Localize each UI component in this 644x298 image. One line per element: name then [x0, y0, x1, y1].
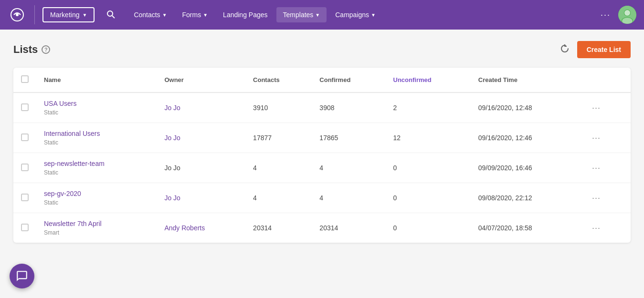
row-checkbox[interactable]	[21, 134, 29, 141]
row-unconfirmed-cell: 0	[386, 183, 471, 213]
row-actions-button[interactable]: ···	[588, 131, 604, 145]
owner-name[interactable]: Jo Jo	[164, 134, 180, 142]
row-name-cell: sep-gv-2020 Static	[36, 183, 157, 213]
row-actions-button[interactable]: ···	[588, 101, 604, 115]
row-unconfirmed-cell: 2	[386, 92, 471, 123]
list-name-link[interactable]: sep-newsletter-team	[44, 160, 149, 167]
row-checkbox[interactable]	[21, 224, 29, 231]
owner-name[interactable]: Jo Jo	[164, 104, 180, 112]
header-actions: Create List	[558, 41, 631, 58]
row-checkbox-cell[interactable]	[13, 123, 36, 153]
row-confirmed-cell: 17865	[312, 123, 385, 153]
list-name-link[interactable]: International Users	[44, 130, 149, 137]
table-row: USA Users Static Jo Jo 3910 3908 2 09/16…	[13, 92, 631, 123]
table-row: Newsletter 7th April Smart Andy Roberts …	[13, 213, 631, 243]
table-row: sep-gv-2020 Static Jo Jo 4 4 0 09/08/202…	[13, 183, 631, 213]
owner-name[interactable]: Andy Roberts	[164, 224, 205, 232]
row-actions-button[interactable]: ···	[588, 161, 604, 175]
row-checkbox-cell[interactable]	[13, 92, 36, 123]
owner-name[interactable]: Jo Jo	[164, 194, 180, 202]
row-checkbox[interactable]	[21, 164, 29, 171]
row-created-time-cell: 09/08/2020, 22:12	[471, 183, 581, 213]
row-actions-cell[interactable]: ···	[581, 123, 631, 153]
row-actions-cell[interactable]: ···	[581, 153, 631, 183]
svg-line-3	[112, 16, 115, 18]
row-contacts-cell: 4	[245, 153, 312, 183]
row-created-time-cell: 09/09/2020, 16:46	[471, 153, 581, 183]
nav-templates[interactable]: Templates ▼	[276, 7, 327, 22]
nav-forms[interactable]: Forms ▼	[176, 7, 215, 22]
search-button[interactable]	[102, 6, 119, 24]
row-checkbox-cell[interactable]	[13, 153, 36, 183]
svg-point-1	[16, 13, 19, 16]
row-owner-cell: Jo Jo	[157, 153, 245, 183]
row-actions-cell[interactable]: ···	[581, 183, 631, 213]
logo[interactable]	[8, 5, 27, 24]
templates-chevron-icon: ▼	[315, 12, 320, 18]
col-owner: Owner	[157, 68, 245, 92]
row-name-cell: sep-newsletter-team Static	[36, 153, 157, 183]
svg-point-2	[107, 11, 113, 16]
table-body: USA Users Static Jo Jo 3910 3908 2 09/16…	[13, 92, 631, 243]
row-confirmed-cell: 4	[312, 153, 385, 183]
row-owner-cell: Jo Jo	[157, 123, 245, 153]
avatar-image	[618, 6, 636, 24]
row-confirmed-cell: 20314	[312, 213, 385, 243]
row-name-cell: USA Users Static	[36, 92, 157, 123]
list-type-label: Static	[44, 199, 58, 206]
list-name-link[interactable]: Newsletter 7th April	[44, 220, 149, 227]
row-actions-button[interactable]: ···	[588, 221, 604, 235]
col-actions	[581, 68, 631, 92]
col-created-time: Created Time	[471, 68, 581, 92]
select-all-checkbox[interactable]	[21, 75, 29, 83]
avatar[interactable]	[618, 6, 636, 24]
select-all-checkbox-cell[interactable]	[13, 68, 36, 92]
col-confirmed: Confirmed	[312, 68, 385, 92]
list-type-label: Smart	[44, 229, 59, 236]
row-confirmed-cell: 4	[312, 183, 385, 213]
row-name-cell: International Users Static	[36, 123, 157, 153]
row-unconfirmed-cell: 12	[386, 123, 471, 153]
row-actions-cell[interactable]: ···	[581, 92, 631, 123]
row-confirmed-cell: 3908	[312, 92, 385, 123]
col-unconfirmed: Unconfirmed	[386, 68, 471, 92]
create-list-button[interactable]: Create List	[577, 41, 631, 58]
refresh-button[interactable]	[558, 42, 571, 58]
row-contacts-cell: 20314	[245, 213, 312, 243]
row-unconfirmed-cell: 0	[386, 213, 471, 243]
row-created-time-cell: 04/07/2020, 18:58	[471, 213, 581, 243]
row-checkbox-cell[interactable]	[13, 213, 36, 243]
nav-links: Contacts ▼ Forms ▼ Landing Pages Templat…	[127, 7, 382, 22]
page-title: Lists	[13, 43, 38, 56]
page-title-area: Lists ?	[13, 43, 50, 56]
main-content: Lists ? Create List Name	[0, 30, 644, 254]
list-type-label: Static	[44, 169, 58, 176]
list-name-link[interactable]: USA Users	[44, 100, 149, 107]
list-type-label: Static	[44, 109, 58, 116]
more-options-button[interactable]: ···	[597, 6, 614, 24]
marketing-dropdown-button[interactable]: Marketing ▼	[42, 7, 95, 22]
row-actions-button[interactable]: ···	[588, 191, 604, 205]
lists-table: Name Owner Contacts Confirmed Unconfirme…	[13, 68, 631, 243]
page-header: Lists ? Create List	[13, 41, 631, 58]
row-checkbox[interactable]	[21, 194, 29, 201]
list-type-label: Static	[44, 139, 58, 146]
list-name-link[interactable]: sep-gv-2020	[44, 190, 149, 197]
row-checkbox[interactable]	[21, 103, 29, 111]
nav-campaigns[interactable]: Campaigns ▼	[328, 7, 382, 22]
row-owner-cell: Andy Roberts	[157, 213, 245, 243]
row-owner-cell: Jo Jo	[157, 92, 245, 123]
forms-chevron-icon: ▼	[203, 12, 208, 18]
row-created-time-cell: 09/16/2020, 12:48	[471, 92, 581, 123]
row-checkbox-cell[interactable]	[13, 183, 36, 213]
navbar: Marketing ▼ Contacts ▼ Forms ▼ Landing P…	[0, 0, 644, 30]
nav-contacts[interactable]: Contacts ▼	[127, 7, 173, 22]
col-name: Name	[36, 68, 157, 92]
row-actions-cell[interactable]: ···	[581, 213, 631, 243]
table-header-row: Name Owner Contacts Confirmed Unconfirme…	[13, 68, 631, 92]
nav-landing-pages[interactable]: Landing Pages	[216, 7, 274, 22]
svg-point-7	[624, 10, 630, 16]
contacts-chevron-icon: ▼	[162, 12, 167, 18]
help-icon[interactable]: ?	[42, 45, 50, 54]
col-contacts: Contacts	[245, 68, 312, 92]
